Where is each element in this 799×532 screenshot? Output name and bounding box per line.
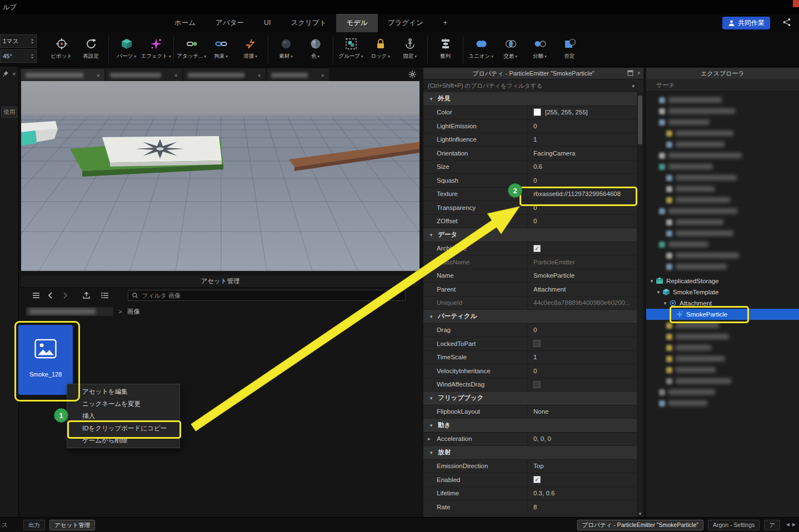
property-row-ClassName[interactable]: ClassNameParticleEmitter [423,255,637,269]
ribbon-tab-5[interactable]: プラグイン [378,14,433,32]
nav-right-icon[interactable]: ▶ [792,522,796,527]
collaborate-button[interactable]: 共同作業 [722,17,770,29]
property-value[interactable]: 8 [528,500,637,514]
section-collapse-icon[interactable]: ▾ [428,450,435,455]
close-icon[interactable]: × [174,72,178,79]
expand-icon[interactable]: ▸ [428,436,431,441]
property-row-LightEmission[interactable]: LightEmission0 [423,119,637,133]
section-header[interactable]: ▾外見 [423,92,637,106]
toolbar-attach-button[interactable]: アタッチ...▾ [177,33,206,60]
share-icon[interactable] [782,18,791,27]
property-row-FlipbookLayout[interactable]: FlipbookLayoutNone [423,405,637,419]
section-header[interactable]: ▾データ [423,228,637,242]
property-value[interactable]: FacingCamera [528,147,637,160]
breadcrumb-blurred-root[interactable] [26,307,113,316]
property-row-Size[interactable]: Size0.6 [423,160,637,174]
toolbar-negate-button[interactable]: 否定 [555,33,584,60]
toolbar-part-button[interactable]: パーツ▾ [112,33,141,60]
section-collapse-icon[interactable]: ▾ [428,232,435,238]
property-row-Archivable[interactable]: Archivable✓ [423,242,637,256]
upload-icon[interactable] [79,289,93,302]
pin-icon[interactable] [2,71,9,77]
property-value[interactable]: None [528,405,637,419]
forward-icon[interactable] [58,289,72,302]
property-value[interactable]: 1 [528,133,637,147]
close-icon[interactable]: × [637,69,641,76]
spinner-arrows-icon[interactable]: ▲▼ [31,38,34,44]
toolbar-group-button[interactable]: グループ▾ [336,33,366,60]
property-value[interactable] [528,337,637,350]
section-header[interactable]: ▾動き [423,419,637,433]
checkbox[interactable] [533,340,541,347]
viewport-tab-2[interactable]: × [183,69,266,81]
toolbar-union-button[interactable]: ユニオン▾ [466,33,496,60]
dock-icon[interactable] [627,70,633,76]
property-value[interactable]: ✓ [528,242,637,255]
section-collapse-icon[interactable]: ▾ [428,395,435,401]
viewport-3d[interactable] [21,81,420,271]
toolbar-color-button[interactable]: 色▾ [301,33,330,60]
statusbar-right-tab-0[interactable]: プロパティ - ParticleEmitter "SmokeParticle" [577,520,703,530]
dock-icon[interactable] [409,278,415,284]
property-value[interactable]: 0 [528,324,637,337]
section-header[interactable]: ▾フリップブック [423,392,637,405]
section-header[interactable]: ▾パーティクル [423,310,637,324]
ribbon-tab-4[interactable]: モデル [336,14,377,32]
property-row-Color[interactable]: Color[255, 255, 255] [423,106,637,120]
property-value[interactable]: 0 [528,201,637,214]
ribbon-tab-6[interactable]: + [433,14,457,32]
collapse-icon[interactable]: ▾ [655,289,662,295]
asset-filter-input[interactable]: フィルタ 画像 [128,290,406,301]
scrollbar-thumb[interactable] [638,96,642,144]
statusbar-tab-1[interactable]: アセット管理 [49,520,95,530]
property-row-Name[interactable]: NameSmokeParticle [423,269,637,283]
close-icon[interactable]: × [258,72,261,79]
property-value[interactable]: 0 [528,174,637,187]
properties-scrollbar[interactable]: ▼ [637,92,643,518]
property-row-Enabled[interactable]: Enabled✓ [423,473,637,487]
checkbox[interactable]: ✓ [533,245,541,252]
statusbar-tab-0[interactable]: 出力 [23,520,45,530]
property-row-ZOffset[interactable]: ZOffset0 [423,215,637,229]
context-menu-item-3[interactable]: IDをクリップボードにコピー [67,422,179,434]
dock-tab-partial[interactable]: 使用 [1,107,17,118]
property-value[interactable]: ParticleEmitter [528,255,637,269]
chevron-down-icon[interactable]: ▾ [632,83,635,89]
tree-node-Attachment[interactable]: ▾Attachment [646,298,799,309]
property-row-Drag[interactable]: Drag0 [423,324,637,338]
statusbar-right-tab-1[interactable]: Argon - Settings [708,520,760,530]
property-row-Lifetime[interactable]: Lifetime0.3, 0.6 [423,487,637,501]
ribbon-tab-3[interactable]: スクリプト [281,14,336,32]
close-icon[interactable]: × [321,72,324,79]
property-row-Acceleration[interactable]: ▸Acceleration0, 0, 0 [423,433,637,446]
toolbar-separate-button[interactable]: 分離▾ [525,33,555,60]
property-row-TimeScale[interactable]: TimeScale1 [423,351,637,365]
nav-left-icon[interactable]: ◀ [786,522,790,527]
property-row-Transparency[interactable]: Transparency0 [423,201,637,215]
explorer-search-input[interactable]: サーチ [646,79,799,92]
property-row-VelocityInheritance[interactable]: VelocityInheritance0 [423,364,637,378]
back-icon[interactable] [43,289,58,302]
property-value[interactable]: 44c0ec8a78889b400980e60200... [528,297,637,310]
section-collapse-icon[interactable]: ▾ [428,423,435,428]
property-row-UniqueId[interactable]: UniqueId44c0ec8a78889b400980e60200... [423,297,637,310]
statusbar-right-tab-2[interactable]: ア [764,520,780,530]
context-menu-item-1[interactable]: ニックネームを変更 [67,398,179,410]
section-header[interactable]: ▾放射 [423,446,637,460]
toolbar-constraint-button[interactable]: 拘束▾ [206,33,236,60]
property-value[interactable]: rbxassetid://112973299564608 [528,188,637,201]
property-row-Rate[interactable]: Rate8 [423,500,637,514]
property-row-Squash[interactable]: Squash0 [423,174,637,188]
context-menu-item-0[interactable]: アセットを編集 [67,385,179,398]
toolbar-align-button[interactable]: 整列 [431,33,460,60]
property-row-Texture[interactable]: Texturerbxassetid://112973299564608 [423,188,637,202]
ribbon-tab-2[interactable]: UI [254,14,281,32]
property-value[interactable] [528,378,637,392]
property-row-Parent[interactable]: ParentAttachment [423,283,637,297]
spinner-arrows-icon[interactable]: ▲▼ [31,53,34,59]
checkbox[interactable] [533,381,541,388]
toolbar-weld-button[interactable]: 溶接▾ [236,33,265,60]
tree-node-SmokeParticle[interactable]: SmokeParticle [646,309,799,320]
toolbar-anchor-button[interactable]: 固定▾ [395,33,425,60]
checkbox[interactable]: ✓ [533,476,541,483]
